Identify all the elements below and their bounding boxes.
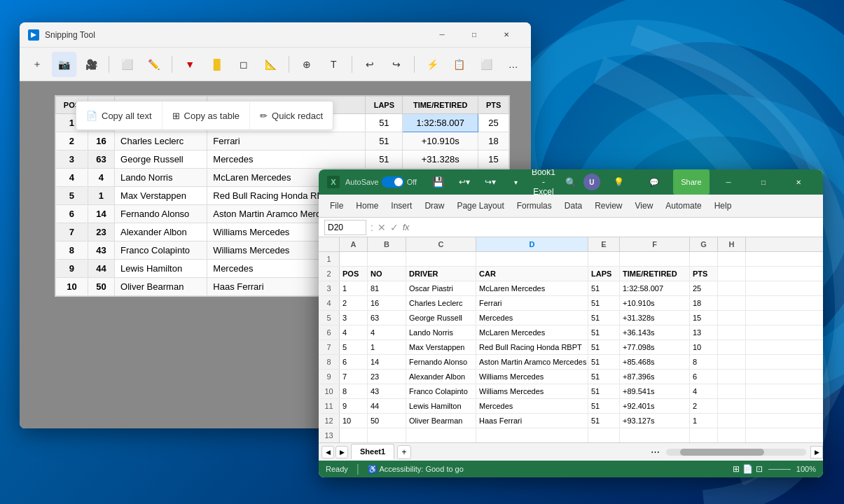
redo-button[interactable]: ↪ bbox=[385, 52, 408, 77]
grid-cell[interactable]: 7 bbox=[340, 370, 368, 384]
grid-cell[interactable] bbox=[718, 414, 746, 428]
grid-cell[interactable]: 8 bbox=[340, 384, 368, 398]
grid-cell[interactable]: McLaren Mercedes bbox=[476, 281, 588, 295]
cell-reference-box[interactable]: D20 bbox=[324, 220, 366, 235]
page-view-button[interactable]: 📄 bbox=[742, 464, 753, 474]
grid-cell[interactable] bbox=[718, 281, 746, 295]
excel-save-button[interactable]: 💾 bbox=[428, 169, 448, 195]
menu-view[interactable]: View bbox=[630, 198, 659, 214]
grid-cell[interactable] bbox=[368, 428, 406, 442]
grid-cell[interactable]: NO bbox=[368, 267, 406, 281]
sheet-tab-sheet1[interactable]: Sheet1 bbox=[351, 444, 394, 460]
grid-cell[interactable]: TIME/RETIRED bbox=[620, 267, 690, 281]
grid-cell[interactable]: 5 bbox=[340, 340, 368, 354]
snipping-minimize-button[interactable]: ─ bbox=[426, 22, 458, 48]
grid-view-button[interactable]: ⊞ bbox=[733, 464, 740, 474]
grid-cell[interactable]: Aston Martin Aramco Mercedes bbox=[476, 355, 588, 369]
grid-cell[interactable]: 10 bbox=[690, 340, 718, 354]
grid-cell[interactable] bbox=[718, 370, 746, 384]
grid-cell[interactable] bbox=[718, 252, 746, 266]
grid-cell[interactable]: 51 bbox=[588, 399, 620, 413]
menu-automate[interactable]: Automate bbox=[660, 198, 707, 214]
sheet-nav-next[interactable]: ▶ bbox=[335, 446, 348, 458]
grid-cell[interactable]: 51 bbox=[588, 384, 620, 398]
excel-search-button[interactable]: 🔍 bbox=[561, 174, 581, 190]
grid-cell[interactable] bbox=[718, 340, 746, 354]
grid-cell[interactable]: Oscar Piastri bbox=[406, 281, 476, 295]
grid-cell[interactable]: Franco Colapinto bbox=[406, 384, 476, 398]
grid-cell[interactable]: 63 bbox=[368, 311, 406, 325]
grid-cell[interactable]: 25 bbox=[690, 281, 718, 295]
grid-cell[interactable]: 18 bbox=[690, 296, 718, 310]
grid-cell[interactable]: Williams Mercedes bbox=[476, 370, 588, 384]
grid-cell[interactable]: Max Verstappen bbox=[406, 340, 476, 354]
grid-cell[interactable] bbox=[588, 428, 620, 442]
menu-data[interactable]: Data bbox=[559, 198, 588, 214]
excel-customize-button[interactable]: ▾ bbox=[506, 169, 526, 195]
excel-maximize-button[interactable]: □ bbox=[747, 169, 780, 195]
grid-cell[interactable]: +31.328s bbox=[620, 311, 690, 325]
grid-cell[interactable] bbox=[340, 252, 368, 266]
eraser-button[interactable]: ◻ bbox=[232, 52, 256, 77]
menu-pagelayout[interactable]: Page Layout bbox=[451, 198, 509, 214]
grid-cell[interactable]: 1 bbox=[340, 281, 368, 295]
formula-input[interactable] bbox=[413, 220, 817, 235]
grid-cell[interactable]: 3 bbox=[340, 311, 368, 325]
text-button[interactable]: T bbox=[321, 52, 345, 77]
col-header-d[interactable]: D bbox=[476, 237, 588, 251]
grid-cell[interactable]: Alexander Albon bbox=[406, 370, 476, 384]
page-break-view-button[interactable]: ⊡ bbox=[756, 464, 763, 474]
excel-redo-button[interactable]: ↪▾ bbox=[480, 169, 500, 195]
grid-cell[interactable] bbox=[690, 428, 718, 442]
grid-cell[interactable]: +10.910s bbox=[620, 296, 690, 310]
grid-cell[interactable] bbox=[368, 252, 406, 266]
sheet-options-button[interactable]: ⋯ bbox=[648, 446, 662, 458]
grid-cell[interactable]: 51 bbox=[588, 311, 620, 325]
share-button[interactable]: Share bbox=[673, 169, 710, 195]
col-header-c[interactable]: C bbox=[406, 237, 476, 251]
grid-cell[interactable]: 81 bbox=[368, 281, 406, 295]
grid-cell[interactable]: 9 bbox=[340, 399, 368, 413]
comments-button[interactable]: 💬 bbox=[638, 169, 670, 195]
grid-cell[interactable]: Red Bull Racing Honda RBPT bbox=[476, 340, 588, 354]
grid-cell[interactable]: POS bbox=[340, 267, 368, 281]
grid-cell[interactable]: 4 bbox=[368, 326, 406, 340]
grid-cell[interactable]: Lewis Hamilton bbox=[406, 399, 476, 413]
menu-formulas[interactable]: Formulas bbox=[511, 198, 558, 214]
user-profile-button[interactable]: U bbox=[583, 174, 600, 190]
grid-cell[interactable]: 4 bbox=[340, 326, 368, 340]
quick-redact-button[interactable]: ✏ Quick redact bbox=[250, 102, 333, 130]
undo-button[interactable]: ↩ bbox=[357, 52, 381, 77]
grid-cell[interactable]: 10 bbox=[340, 414, 368, 428]
grid-cell[interactable]: +93.127s bbox=[620, 414, 690, 428]
grid-cell[interactable] bbox=[718, 355, 746, 369]
share-button[interactable]: ⬜ bbox=[474, 52, 498, 77]
grid-cell[interactable]: 51 bbox=[588, 281, 620, 295]
menu-help[interactable]: Help bbox=[709, 198, 738, 214]
grid-cell[interactable] bbox=[718, 267, 746, 281]
excel-close-button[interactable]: ✕ bbox=[782, 169, 815, 195]
autosave-toggle[interactable] bbox=[382, 176, 404, 188]
col-header-f[interactable]: F bbox=[620, 237, 690, 251]
ai-button[interactable]: ⚡ bbox=[420, 52, 444, 77]
grid-cell[interactable]: 8 bbox=[690, 355, 718, 369]
grid-cell[interactable] bbox=[620, 428, 690, 442]
more-button[interactable]: … bbox=[501, 52, 525, 77]
grid-cell[interactable] bbox=[476, 252, 588, 266]
grid-cell[interactable]: +36.143s bbox=[620, 326, 690, 340]
grid-cell[interactable]: Mercedes bbox=[476, 311, 588, 325]
sheet-nav-prev[interactable]: ◀ bbox=[321, 446, 334, 458]
menu-home[interactable]: Home bbox=[350, 198, 384, 214]
excel-minimize-button[interactable]: ─ bbox=[712, 169, 745, 195]
col-header-b[interactable]: B bbox=[368, 237, 406, 251]
copy-button[interactable]: 📋 bbox=[448, 52, 471, 77]
menu-draw[interactable]: Draw bbox=[419, 198, 450, 214]
new-snip-button[interactable]: ＋ bbox=[25, 52, 49, 77]
grid-cell[interactable]: 51 bbox=[588, 414, 620, 428]
grid-cell[interactable]: +87.396s bbox=[620, 370, 690, 384]
grid-cell[interactable]: 15 bbox=[690, 311, 718, 325]
grid-cell[interactable] bbox=[718, 326, 746, 340]
grid-cell[interactable] bbox=[718, 311, 746, 325]
grid-cell[interactable]: 51 bbox=[588, 296, 620, 310]
grid-cell[interactable] bbox=[718, 296, 746, 310]
